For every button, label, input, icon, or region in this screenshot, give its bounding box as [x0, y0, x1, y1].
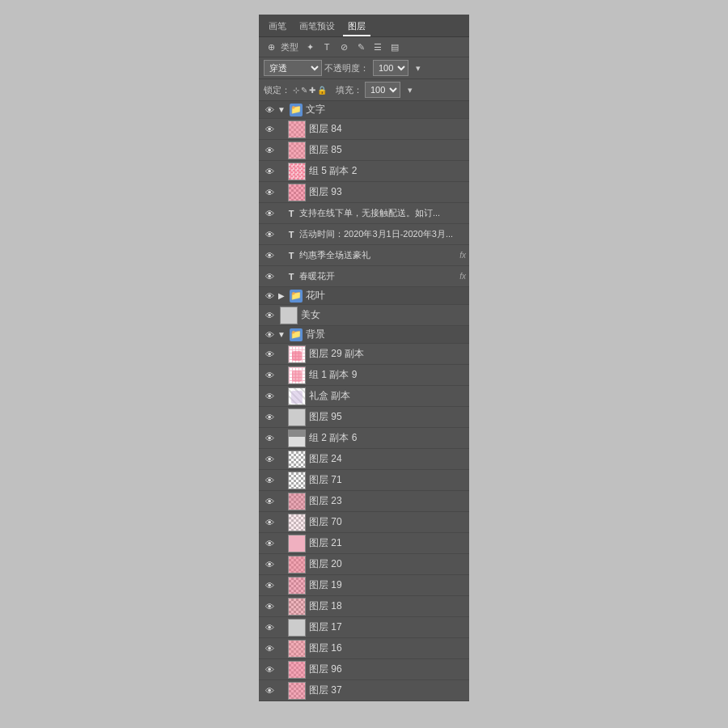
text-type-icon: T — [285, 249, 298, 262]
layer-row[interactable]: 👁美女 — [259, 305, 469, 326]
eye-visibility-icon[interactable]: 👁 — [262, 494, 277, 509]
tab-brush[interactable]: 画笔 — [264, 18, 291, 36]
expand-arrow-icon[interactable]: ▶ — [277, 291, 286, 301]
layer-row[interactable]: 👁图层 71 — [259, 470, 469, 491]
layer-row[interactable]: 👁组 2 副本 6 — [259, 428, 469, 449]
layer-row[interactable]: 👁图层 18 — [259, 596, 469, 617]
panel-menu-icon[interactable]: ▤ — [387, 40, 402, 54]
eye-visibility-icon[interactable]: 👁 — [262, 227, 277, 242]
filter-icon[interactable]: ⊕ — [264, 40, 278, 54]
layer-row[interactable]: 👁礼盒 副本 — [259, 386, 469, 407]
eye-visibility-icon[interactable]: 👁 — [262, 515, 277, 530]
eye-visibility-icon[interactable]: 👁 — [262, 389, 277, 404]
layer-row[interactable]: 👁▶📁花叶 — [259, 287, 469, 305]
layer-name: 图层 29 副本 — [309, 347, 466, 361]
blend-mode-select[interactable]: 穿透 — [264, 60, 322, 76]
layer-row[interactable]: 👁图层 21 — [259, 533, 469, 554]
tool-icon4[interactable]: ✎ — [353, 40, 368, 54]
layer-name: 组 5 副本 2 — [309, 164, 466, 178]
layer-name: 文字 — [306, 103, 466, 116]
eye-visibility-icon[interactable]: 👁 — [262, 557, 277, 572]
eye-visibility-icon[interactable]: 👁 — [262, 684, 277, 698]
layer-list: 👁▼📁文字👁图层 84👁图层 85👁组 5 副本 2👁图层 93👁T支持在线下单… — [259, 101, 469, 701]
eye-visibility-icon[interactable]: 👁 — [262, 473, 277, 488]
eye-visibility-icon[interactable]: 👁 — [262, 431, 277, 446]
layer-thumbnail — [288, 682, 306, 700]
layer-name: 约惠季全场送豪礼 — [299, 249, 457, 261]
layer-row[interactable]: 👁图层 23 — [259, 491, 469, 512]
eye-visibility-icon[interactable]: 👁 — [262, 308, 277, 323]
eye-visibility-icon[interactable]: 👁 — [262, 269, 277, 284]
layer-row[interactable]: 👁组 5 副本 2 — [259, 161, 469, 182]
eye-visibility-icon[interactable]: 👁 — [262, 164, 277, 179]
layer-name: 花叶 — [306, 289, 466, 303]
opacity-arrow[interactable]: ▾ — [411, 61, 425, 75]
opacity-select[interactable]: 100% — [373, 60, 408, 76]
eye-visibility-icon[interactable]: 👁 — [262, 599, 277, 614]
folder-icon: 📁 — [290, 104, 303, 116]
text-type-icon: T — [285, 228, 298, 241]
layer-thumbnail — [288, 184, 306, 201]
layer-row[interactable]: 👁图层 37 — [259, 680, 469, 701]
eye-visibility-icon[interactable]: 👁 — [262, 185, 277, 200]
eye-visibility-icon[interactable]: 👁 — [262, 578, 277, 593]
eye-visibility-icon[interactable]: 👁 — [262, 620, 277, 635]
eye-visibility-icon[interactable]: 👁 — [262, 143, 277, 158]
layer-name: 美女 — [301, 308, 466, 322]
tab-layers[interactable]: 图层 — [343, 18, 370, 36]
tool-icon1[interactable]: ✦ — [303, 40, 317, 54]
eye-visibility-icon[interactable]: 👁 — [262, 662, 277, 677]
lock-all-icon[interactable]: 🔒 — [317, 86, 327, 95]
layer-row[interactable]: 👁图层 24 — [259, 449, 469, 470]
layer-row[interactable]: 👁T约惠季全场送豪礼fx — [259, 245, 469, 266]
tool-icon3[interactable]: ⊘ — [336, 40, 351, 54]
expand-arrow-icon[interactable]: ▼ — [277, 330, 286, 340]
layer-row[interactable]: 👁图层 96 — [259, 659, 469, 680]
tool-icon5[interactable]: ☰ — [370, 40, 385, 54]
lock-draw-icon[interactable]: ✎ — [301, 86, 307, 95]
layer-row[interactable]: 👁图层 93 — [259, 182, 469, 203]
layer-row[interactable]: 👁T活动时间：2020年3月1日-2020年3月... — [259, 224, 469, 245]
layer-thumbnail — [288, 366, 306, 384]
layer-row[interactable]: 👁图层 19 — [259, 575, 469, 596]
folder-icon: 📁 — [290, 328, 303, 341]
eye-visibility-icon[interactable]: 👁 — [262, 248, 277, 263]
lock-move-icon[interactable]: ✚ — [309, 86, 315, 95]
expand-arrow-icon[interactable]: ▼ — [277, 105, 286, 115]
layer-row[interactable]: 👁组 1 副本 9 — [259, 365, 469, 386]
eye-visibility-icon[interactable]: 👁 — [262, 122, 277, 137]
eye-visibility-icon[interactable]: 👁 — [262, 289, 277, 303]
layer-name: 图层 93 — [309, 185, 466, 199]
eye-visibility-icon[interactable]: 👁 — [262, 368, 277, 383]
layer-row[interactable]: 👁图层 85 — [259, 140, 469, 161]
layer-row[interactable]: 👁T春暖花开fx — [259, 266, 469, 287]
lock-position-icon[interactable]: ⊹ — [293, 86, 299, 95]
fill-select[interactable]: 100% — [365, 82, 400, 98]
eye-visibility-icon[interactable]: 👁 — [262, 328, 277, 342]
fx-badge: fx — [459, 251, 466, 260]
layer-row[interactable]: 👁图层 20 — [259, 554, 469, 575]
eye-visibility-icon[interactable]: 👁 — [262, 452, 277, 467]
eye-visibility-icon[interactable]: 👁 — [262, 103, 277, 117]
layer-row[interactable]: 👁图层 17 — [259, 617, 469, 638]
eye-visibility-icon[interactable]: 👁 — [262, 536, 277, 551]
layer-row[interactable]: 👁▼📁背景 — [259, 326, 469, 344]
layer-row[interactable]: 👁图层 29 副本 — [259, 344, 469, 365]
tab-brush-preset[interactable]: 画笔预设 — [294, 18, 340, 36]
layer-name: 图层 37 — [309, 684, 466, 697]
eye-visibility-icon[interactable]: 👁 — [262, 206, 277, 221]
layer-name: 图层 95 — [309, 410, 466, 424]
layer-row[interactable]: 👁图层 70 — [259, 512, 469, 533]
layer-row[interactable]: 👁T支持在线下单，无接触配送。如订... — [259, 203, 469, 224]
tool-icon2[interactable]: T — [320, 40, 334, 54]
fill-arrow[interactable]: ▾ — [403, 83, 417, 97]
lock-icons: ⊹ ✎ ✚ 🔒 — [293, 86, 327, 95]
layer-row[interactable]: 👁图层 84 — [259, 119, 469, 140]
layer-thumbnail — [288, 142, 306, 159]
layer-row[interactable]: 👁图层 95 — [259, 407, 469, 428]
eye-visibility-icon[interactable]: 👁 — [262, 347, 277, 362]
eye-visibility-icon[interactable]: 👁 — [262, 410, 277, 425]
layer-row[interactable]: 👁图层 16 — [259, 638, 469, 659]
layer-row[interactable]: 👁▼📁文字 — [259, 101, 469, 119]
eye-visibility-icon[interactable]: 👁 — [262, 641, 277, 656]
